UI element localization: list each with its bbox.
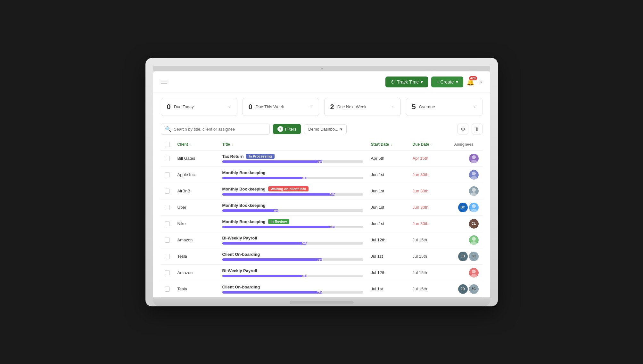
assignees-cell: JD3C [450, 248, 482, 264]
progress-pct: 80% [330, 193, 335, 196]
progress-pct: 60% [301, 176, 307, 180]
menu-icon[interactable] [161, 80, 167, 84]
due-date-value: Jun 30th [413, 205, 429, 210]
select-all-header[interactable] [161, 139, 174, 150]
logout-button[interactable]: ⇥ [478, 78, 482, 85]
progress-pct: 40% [273, 209, 279, 212]
row-checkbox-cell [161, 215, 174, 232]
start-date-cell: Jun 1st [367, 183, 409, 199]
assignees-column-header: Assignees [450, 139, 482, 150]
svg-point-1 [471, 160, 477, 163]
create-label: + Create [436, 79, 454, 85]
due-date-value: Apr 15th [413, 156, 428, 161]
stat-due-this-week-num: 0 [249, 103, 252, 111]
title-column-header[interactable]: Title ↕ [218, 139, 367, 150]
due-date-cell: Jul 15th [409, 281, 450, 297]
status-badge: In Review [268, 219, 290, 224]
stat-due-today[interactable]: 0 Due Today → [161, 98, 237, 116]
due-date-value: Jun 30th [413, 172, 429, 177]
row-checkbox[interactable] [165, 238, 170, 243]
title-cell: Monthly BookkeepingIn Review80% [218, 215, 367, 232]
client-cell: Tesla [174, 281, 218, 297]
progress-pct: 60% [301, 274, 307, 278]
search-box[interactable]: 🔍 [161, 124, 270, 135]
table-row: Bill GatesTax ReturnIn Processing71%Apr … [161, 150, 482, 166]
avatar [469, 268, 479, 278]
svg-point-0 [472, 155, 476, 159]
stat-due-this-week[interactable]: 0 Due This Week → [243, 98, 319, 116]
table-row: TeslaClient On-boarding71%Jul 1stJul 15t… [161, 248, 482, 264]
due-date-value: Jun 30th [413, 221, 429, 226]
row-checkbox[interactable] [165, 189, 170, 194]
filters-button[interactable]: 1 Filters [273, 124, 301, 134]
due-date-column-header[interactable]: Due Date ↑ [409, 139, 450, 150]
avatar [469, 203, 479, 212]
stat-due-next-week[interactable]: 2 Due Next Week → [324, 98, 401, 116]
row-checkbox[interactable] [165, 172, 170, 177]
row-checkbox[interactable] [165, 205, 170, 210]
due-date-value: Jul 15th [413, 254, 427, 259]
assignees-cell [450, 232, 482, 248]
filter-row: 🔍 1 Filters Demo Dashbo... ▾ ⚙ ⬆ [153, 121, 490, 139]
stat-due-next-week-num: 2 [330, 103, 334, 111]
status-badge: Waiting on client info [268, 186, 309, 191]
start-date-cell: Jun 1st [367, 166, 409, 183]
title-cell: Bi-Weekly Payroll60% [218, 232, 367, 248]
svg-point-5 [471, 192, 477, 196]
start-date-cell: Apr 5th [367, 150, 409, 166]
svg-point-4 [472, 188, 476, 192]
due-date-cell: Jul 15th [409, 248, 450, 264]
row-checkbox[interactable] [165, 221, 170, 226]
stat-overdue-num: 5 [412, 103, 416, 111]
status-badge: In Processing [246, 154, 274, 159]
client-cell: Bill Gates [174, 150, 218, 166]
row-checkbox-cell [161, 232, 174, 248]
start-date-column-header[interactable]: Start Date ↕ [367, 139, 409, 150]
dashboard-label: Demo Dashbo... [308, 127, 338, 132]
title-cell: Monthly BookkeepingWaiting on client inf… [218, 183, 367, 199]
row-checkbox[interactable] [165, 270, 170, 275]
search-icon: 🔍 [165, 126, 171, 132]
track-time-button[interactable]: ⏱ Track Time ▾ [385, 77, 428, 87]
notification-button[interactable]: 🔔 420 [466, 78, 474, 86]
start-date-cell: Jun 1st [367, 199, 409, 215]
export-icon-button[interactable]: ⬆ [472, 124, 482, 134]
title-cell: Bi-Weekly Payroll60% [218, 264, 367, 281]
filter-count-badge: 1 [277, 126, 283, 132]
search-input[interactable] [174, 127, 266, 132]
progress-pct: 71% [317, 160, 323, 163]
due-date-cell: Apr 15th [409, 150, 450, 166]
due-date-cell: Jun 30th [409, 215, 450, 232]
avatar: CL [469, 219, 479, 229]
stat-overdue[interactable]: 5 Overdue → [406, 98, 482, 116]
stat-due-this-week-arrow: → [308, 104, 313, 110]
client-column-header[interactable]: Client ↕ [174, 139, 218, 150]
row-checkbox[interactable] [165, 254, 170, 259]
assignees-cell: JD3C [450, 281, 482, 297]
settings-icon-button[interactable]: ⚙ [458, 124, 468, 134]
client-cell: Nike [174, 215, 218, 232]
dashboard-selector[interactable]: Demo Dashbo... ▾ [304, 124, 347, 134]
svg-point-7 [471, 209, 477, 212]
avatar [469, 186, 479, 196]
create-button[interactable]: + Create ▾ [431, 77, 463, 87]
filter-label: Filters [285, 127, 296, 132]
progress-pct: 71% [317, 291, 323, 294]
table-row: AmazonBi-Weekly Payroll60%Jul 12thJul 15… [161, 264, 482, 281]
due-date-cell: Jul 15th [409, 264, 450, 281]
table-row: AmazonBi-Weekly Payroll60%Jul 12thJul 15… [161, 232, 482, 248]
row-checkbox-cell [161, 199, 174, 215]
avatar [469, 154, 479, 163]
progress-pct: 71% [317, 258, 323, 261]
svg-point-2 [472, 172, 476, 175]
table-row: UberMonthly Bookkeeping40%Jun 1stJun 30t… [161, 199, 482, 215]
due-date-value: Jul 15th [413, 270, 427, 275]
client-cell: Amazon [174, 232, 218, 248]
stats-row: 0 Due Today → 0 Due This Week → 2 Due Ne [153, 93, 490, 121]
row-checkbox[interactable] [165, 156, 170, 161]
client-cell: Amazon [174, 264, 218, 281]
client-cell: Uber [174, 199, 218, 215]
avatar: JD [458, 252, 468, 261]
title-cell: Client On-boarding71% [218, 248, 367, 264]
row-checkbox[interactable] [165, 287, 170, 292]
